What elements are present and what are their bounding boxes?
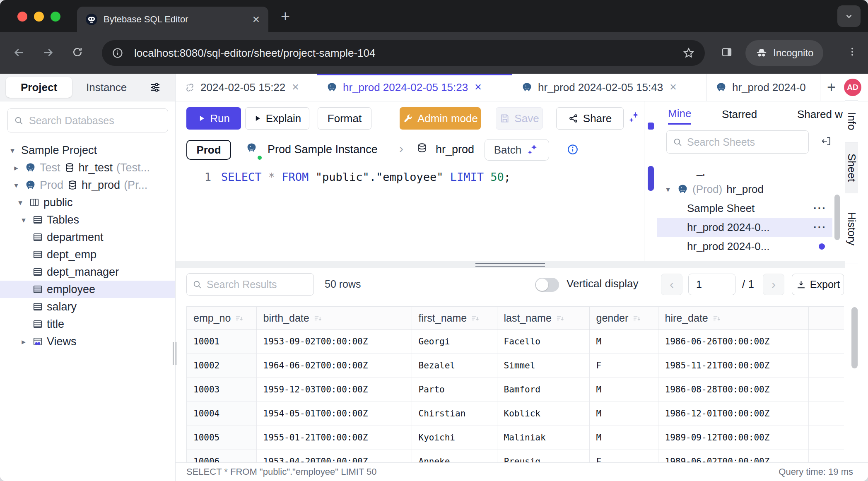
back-icon[interactable] (12, 46, 26, 59)
search-sheets-input[interactable] (687, 136, 803, 148)
caret-right-icon[interactable]: ▸ (19, 337, 29, 346)
sheet-item[interactable]: hr_prod 2024-0... (657, 237, 832, 256)
tree-item-title[interactable]: title (0, 315, 175, 333)
vertical-resize-handle[interactable] (173, 342, 176, 365)
column-header-emp_no[interactable]: emp_no (187, 307, 256, 329)
ai-sparkles-icon[interactable] (627, 111, 641, 125)
format-button[interactable]: Format (318, 107, 371, 130)
tree-item-dept-emp[interactable]: dept_emp (0, 246, 175, 263)
sheet-list-scrollbar[interactable] (834, 195, 840, 240)
sql-code[interactable]: SELECT * FROM "public"."employee" LIMIT … (221, 171, 511, 183)
tree-item-hr-test[interactable]: ▸Testhr_test(Test... (0, 159, 175, 176)
vertical-display-toggle[interactable] (535, 278, 559, 292)
editor-scrollbar[interactable] (644, 101, 657, 261)
editor-tab[interactable]: 2024-02-05 15:22✕ (176, 74, 317, 101)
caret-down-icon[interactable]: ▾ (15, 198, 25, 207)
table-scrollbar[interactable] (851, 307, 858, 368)
search-databases-box[interactable] (7, 108, 168, 132)
browser-tab[interactable]: Bytebase SQL Editor ✕ (77, 7, 268, 32)
editor-tab[interactable]: hr_prod 2024-02-05 15:43✕ (512, 74, 706, 101)
next-page-button[interactable]: › (763, 274, 784, 295)
url-text[interactable]: localhost:8080/sql-editor/sheet/project-… (134, 47, 682, 60)
editor-tab[interactable]: hr_prod 2024-0 (706, 74, 820, 101)
tree-item-employee[interactable]: employee (0, 281, 175, 298)
tab-starred[interactable]: Starred (722, 104, 757, 125)
rail-tab-info[interactable]: Info (845, 100, 858, 142)
caret-down-icon[interactable]: ▾ (663, 185, 673, 194)
tree-item-public[interactable]: ▾public (0, 194, 175, 211)
url-bar[interactable]: localhost:8080/sql-editor/sheet/project-… (102, 40, 705, 66)
caret-down-icon[interactable]: ▾ (19, 215, 29, 225)
bookmark-star-icon[interactable] (682, 47, 695, 59)
forward-icon[interactable] (41, 46, 55, 59)
tree-item-department[interactable]: department (0, 228, 175, 246)
add-sheet-button[interactable]: + (827, 79, 836, 96)
close-tab-icon[interactable]: ✕ (474, 82, 482, 93)
column-header-gender[interactable]: gender (589, 307, 658, 329)
search-results-box[interactable] (186, 273, 314, 296)
instance-name[interactable]: Prod Sample Instance (268, 143, 378, 156)
collapse-panel-icon[interactable] (820, 135, 832, 147)
tree-item-salary[interactable]: salary (0, 298, 175, 315)
column-header-last_name[interactable]: last_name (497, 307, 589, 329)
filter-sliders-icon[interactable] (149, 81, 162, 94)
search-results-input[interactable] (207, 279, 308, 291)
explain-button[interactable]: Explain (245, 107, 309, 130)
search-sheets-box[interactable] (666, 130, 809, 154)
export-button[interactable]: Export (792, 274, 844, 295)
browser-menu-icon[interactable] (846, 46, 858, 58)
tree-item-views[interactable]: ▸Views (0, 333, 175, 350)
more-actions-icon[interactable]: ··· (813, 202, 827, 215)
close-tab-icon[interactable]: ✕ (669, 82, 677, 93)
tree-item-hr-prod[interactable]: ▾Prodhr_prod(Pr... (0, 176, 175, 194)
sheet-item[interactable]: hr_prod 2024-0... (657, 174, 832, 180)
tab-mine[interactable]: Mine (668, 104, 691, 125)
sql-editor[interactable]: 1 SELECT * FROM "public"."employee" LIMI… (176, 165, 644, 261)
column-header-birth_date[interactable]: birth_date (256, 307, 412, 329)
new-tab-button[interactable]: + (281, 7, 290, 25)
caret-right-icon[interactable]: ▸ (11, 163, 21, 173)
info-circle-icon[interactable] (567, 143, 579, 156)
more-actions-icon[interactable]: ··· (813, 221, 827, 234)
tree-item-dept-manager[interactable]: dept_manager (0, 263, 175, 281)
caret-down-icon[interactable]: ▾ (7, 146, 17, 155)
tree-item-tables[interactable]: ▾Tables (0, 211, 175, 228)
caret-down-icon[interactable]: ▾ (11, 180, 21, 190)
tab-shared-with-me[interactable]: Shared w (797, 104, 843, 125)
sheet-item[interactable]: hr_prod 2024-0 (657, 256, 832, 261)
sheet-group[interactable]: ▾(Prod)hr_prod (657, 180, 832, 199)
editor-scrollbar-thumb-top[interactable] (648, 123, 654, 130)
horizontal-resize-handle[interactable] (475, 263, 545, 267)
reload-icon[interactable] (71, 46, 84, 58)
save-button[interactable]: Save (496, 107, 543, 130)
sheet-item[interactable]: hr_prod 2024-0...··· (657, 218, 832, 237)
database-name[interactable]: hr_prod (436, 143, 474, 156)
editor-tab[interactable]: hr_prod 2024-02-05 15:23✕ (317, 74, 512, 101)
horizontal-splitter[interactable] (176, 261, 845, 268)
tab-instance[interactable]: Instance (81, 77, 132, 98)
editor-scrollbar-thumb[interactable] (648, 166, 654, 191)
tree-item-sample-project[interactable]: ▾Sample Project (0, 142, 175, 159)
run-button[interactable]: Run (186, 107, 241, 130)
close-window-button[interactable] (17, 12, 27, 22)
site-info-icon[interactable] (112, 47, 123, 59)
avatar[interactable]: AD (844, 79, 861, 96)
zoom-window-button[interactable] (51, 12, 60, 22)
admin-mode-button[interactable]: Admin mode (400, 107, 481, 130)
search-databases-input[interactable] (29, 115, 162, 127)
side-panel-icon[interactable] (721, 46, 733, 58)
close-tab-icon[interactable]: ✕ (292, 82, 299, 93)
close-tab-icon[interactable]: ✕ (252, 14, 260, 25)
batch-button[interactable]: Batch (485, 139, 549, 161)
page-number-input[interactable] (688, 274, 735, 295)
column-header-hire_date[interactable]: hire_date (658, 307, 808, 329)
tab-search-chevron-button[interactable] (837, 5, 861, 27)
previous-page-button[interactable]: ‹ (661, 274, 682, 295)
share-button[interactable]: Share (556, 107, 624, 130)
minimize-window-button[interactable] (34, 12, 44, 22)
column-header-first_name[interactable]: first_name (412, 307, 497, 329)
sheet-item[interactable]: Sample Sheet··· (657, 199, 832, 218)
rail-tab-history[interactable]: History (845, 193, 858, 264)
rail-tab-sheet[interactable]: Sheet (845, 142, 858, 193)
tab-project[interactable]: Project (6, 77, 72, 98)
